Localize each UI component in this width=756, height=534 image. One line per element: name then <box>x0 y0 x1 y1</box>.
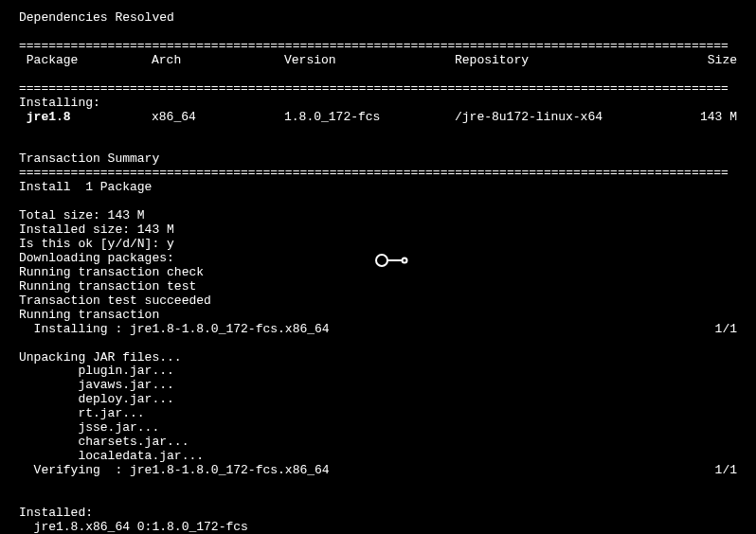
transaction-test-ok-line: Transaction test succeeded <box>19 294 211 308</box>
transaction-check-line: Running transaction check <box>19 265 204 279</box>
confirm-prompt: Is this ok [y/d/N]: y <box>19 237 174 251</box>
install-count: Install 1 Package <box>19 180 152 194</box>
installing-label: Installing: <box>19 96 100 110</box>
divider-mid: ========================================… <box>19 81 729 96</box>
installed-size: Installed size: 143 M <box>19 222 174 237</box>
pkg-repo: /jre-8u172-linux-x64 <box>455 111 661 125</box>
jar-line: jsse.jar... <box>19 420 159 435</box>
jar-line: deploy.jar... <box>19 392 174 406</box>
verifying-step: Verifying : jre1.8-1.8.0_172-fcs.x86_641… <box>19 464 737 478</box>
installed-pkg: jre1.8.x86_64 0:1.8.0_172-fcs <box>19 520 248 534</box>
col-arch: Arch <box>152 54 284 68</box>
transaction-test-line: Running transaction test <box>19 279 196 294</box>
pkg-arch: x86_64 <box>152 111 284 125</box>
col-package: Package <box>19 54 152 68</box>
jar-line: rt.jar... <box>19 406 145 420</box>
divider-bottom: ========================================… <box>19 166 729 180</box>
col-repository: Repository <box>455 54 661 68</box>
total-size: Total size: 143 M <box>19 208 145 222</box>
divider-top: ========================================… <box>19 39 729 53</box>
terminal-output: Dependencies Resolved ==================… <box>19 11 737 534</box>
jar-line: localedata.jar... <box>19 449 204 463</box>
table-header-row: PackageArchVersionRepositorySize <box>19 54 737 68</box>
running-transaction-line: Running transaction <box>19 308 159 322</box>
jar-line: plugin.jar... <box>19 364 174 378</box>
pkg-size: 143 M <box>661 111 737 125</box>
installing-step: Installing : jre1.8-1.8.0_172-fcs.x86_64… <box>19 323 737 337</box>
unpacking-line: Unpacking JAR files... <box>19 350 182 365</box>
installed-label: Installed: <box>19 506 93 520</box>
transaction-summary-label: Transaction Summary <box>19 151 159 166</box>
jar-line: javaws.jar... <box>19 378 174 392</box>
deps-resolved-header: Dependencies Resolved <box>19 10 174 25</box>
pkg-version: 1.8.0_172-fcs <box>284 111 455 125</box>
col-version: Version <box>284 54 455 68</box>
table-row: jre1.8x86_641.8.0_172-fcs/jre-8u172-linu… <box>19 111 737 125</box>
col-size: Size <box>661 54 737 68</box>
downloading-line: Downloading packages: <box>19 251 174 265</box>
jar-line: charsets.jar... <box>19 435 189 449</box>
pkg-name: jre1.8 <box>19 111 152 125</box>
